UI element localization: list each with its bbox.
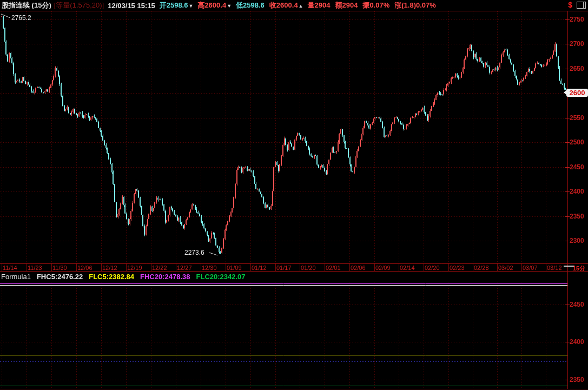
x-axis-label: 12/06 [77, 265, 93, 271]
y-axis-label: 2450 [570, 301, 584, 308]
y-axis-label: 2700 [570, 40, 584, 48]
y-axis-label: 2650 [570, 65, 584, 72]
x-axis-label: 02/14 [400, 265, 415, 271]
quote-field: 额2904 [335, 1, 358, 10]
x-axis-label: 01/17 [276, 265, 292, 271]
quote-fields: 开2598.6▼高2600.4▼低2598.6收2600.4▲量2904额290… [160, 1, 441, 10]
quote-field: 涨(1.8)0.07% [394, 1, 437, 10]
x-axis-label: 03/02 [498, 265, 513, 271]
quote-field: 开2598.6▼ [160, 1, 194, 10]
x-axis-label: 11/23 [28, 265, 42, 271]
low-annotation: 2273.6 [184, 249, 204, 256]
high-annotation: 2765.2 [11, 14, 31, 22]
y-axis-label: 2400 [570, 338, 584, 346]
x-axis-label: 01/09 [227, 265, 242, 271]
quote-field: 低2598.6 [236, 1, 265, 10]
x-axis-label: 02/23 [450, 265, 465, 271]
x-axis-label: 02/28 [474, 265, 489, 271]
x-axis-label: 03/12 [547, 265, 562, 271]
window-layout-icon-divider [583, 2, 584, 8]
main-chart-region[interactable] [0, 0, 567, 252]
formula-field: FLC5:2382.84 [89, 273, 134, 281]
x-axis-label: 12/22 [152, 265, 167, 271]
formula-field: FHC20:2478.38 [140, 273, 190, 281]
x-axis-label: 12/27 [177, 265, 192, 271]
y-axis-label: 2450 [570, 163, 584, 171]
formula-fields: FHC5:2476.22FLC5:2382.84FHC20:2478.38FLC… [37, 273, 252, 281]
quote-field: 收2600.4▲ [269, 1, 303, 10]
x-axis-label: 01/12 [252, 265, 267, 271]
currency-icon[interactable]: $ [568, 1, 572, 9]
formula-field: FLC20:2342.07 [196, 273, 246, 281]
header-bar: 股指连续 (15分) [等量(1.575,20)] 12/03/15 15:15… [0, 0, 588, 11]
price-tag-value: 2600 [570, 89, 585, 97]
formula-bar: Formula1 FHC5:2476.22FLC5:2382.84FHC20:2… [0, 272, 252, 281]
y-axis-label: 2350 [570, 213, 584, 220]
trend-arrow-icon: ▲ [299, 3, 303, 9]
header-icons: $ [568, 1, 586, 9]
x-axis-label: 12/12 [102, 265, 117, 271]
x-axis-label: 12/19 [127, 265, 142, 271]
y-axis-label: 2550 [570, 114, 584, 122]
y-axis-label: 2500 [570, 138, 584, 146]
quote-field: 高2600.4▼ [197, 1, 232, 10]
y-axis-label: 2400 [570, 188, 584, 195]
quote-field: 量2904 [308, 1, 331, 10]
x-axis-label: 02/06 [351, 265, 366, 271]
x-axis-label: 12/30 [202, 265, 217, 271]
trend-arrow-icon: ▼ [188, 3, 193, 9]
y-axis-label: 2350 [570, 376, 584, 384]
quote-field: 振0.07% [362, 1, 390, 10]
formula-subchart-region[interactable] [0, 282, 567, 389]
window-layout-icon[interactable] [577, 2, 586, 9]
x-axis-label: 02/20 [425, 265, 440, 271]
indicator-label: [等量(1.575,20)] [54, 1, 104, 10]
last-price-tag: 2600 [566, 89, 588, 97]
x-axis-label: 01/20 [301, 265, 316, 271]
x-axis-label: 02/01 [326, 265, 341, 271]
formula-pane-title: Formula1 [1, 273, 31, 281]
trend-arrow-icon: ▼ [227, 3, 232, 9]
y-axis-label: 2750 [570, 16, 584, 23]
datetime-label: 12/03/15 15:15 [108, 2, 155, 10]
formula-field: FHC5:2476.22 [37, 273, 83, 281]
x-axis-label: 03/07 [523, 265, 538, 271]
price-tag-pointer-icon [564, 90, 566, 95]
period-label[interactable]: 15分 [573, 265, 585, 273]
y-axis-label: 2300 [570, 237, 584, 244]
trading-terminal-window: 股指连续 (15分) [等量(1.575,20)] 12/03/15 15:15… [0, 0, 588, 390]
x-axis-label: 02/09 [375, 265, 391, 271]
x-axis-label: 11/14 [3, 265, 17, 271]
symbol-title: 股指连续 (15分) [2, 1, 51, 10]
x-axis-label: 11/30 [52, 265, 67, 271]
